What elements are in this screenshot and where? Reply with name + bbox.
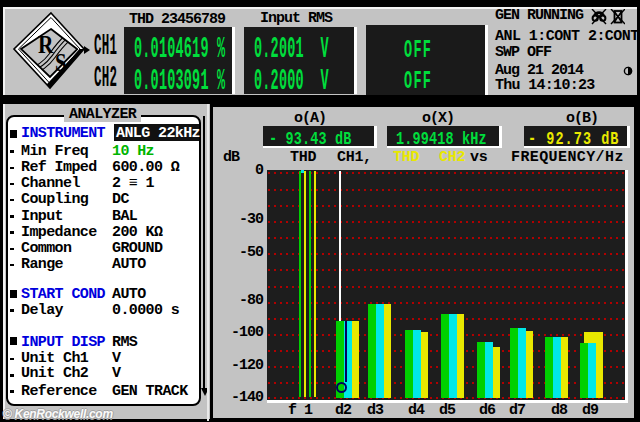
svg-text:S: S [55, 49, 66, 76]
svg-text:R: R [38, 31, 54, 59]
